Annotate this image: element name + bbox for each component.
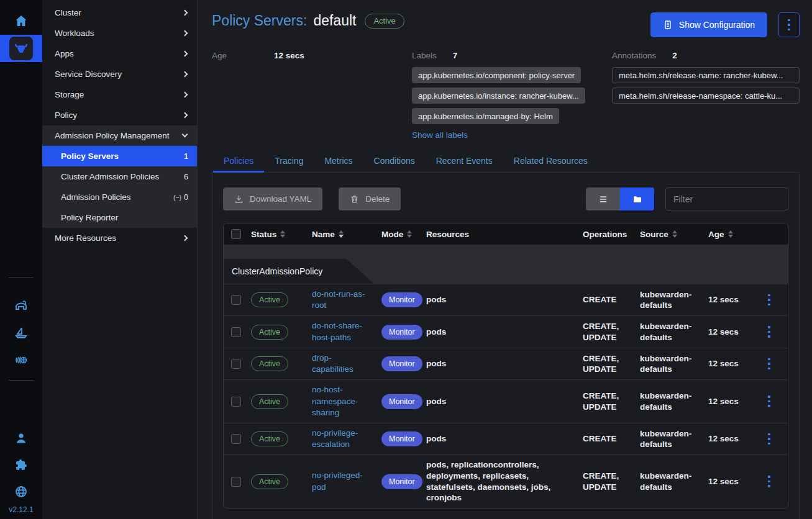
source-cell: kubewarden-defaults bbox=[640, 428, 703, 450]
chevron-right-icon bbox=[182, 235, 188, 241]
row-kebab-menu-button[interactable] bbox=[765, 323, 773, 340]
row-checkbox[interactable] bbox=[231, 295, 241, 305]
user-icon[interactable] bbox=[0, 431, 42, 446]
spiral-icon[interactable] bbox=[0, 353, 42, 368]
nav-item-cluster[interactable]: Cluster bbox=[42, 2, 197, 23]
row-kebab-menu-button[interactable] bbox=[765, 292, 773, 309]
table-row[interactable]: Active do-not-run-as-root Monitor pods C… bbox=[224, 284, 788, 315]
row-checkbox[interactable] bbox=[231, 359, 241, 369]
resources-cell: pods bbox=[426, 433, 446, 445]
filter-input[interactable] bbox=[665, 187, 788, 210]
nav-item-admission-policy-management[interactable]: Admission Policy Management bbox=[42, 125, 197, 146]
operations-cell: CREATE bbox=[583, 294, 617, 305]
row-kebab-menu-button[interactable] bbox=[765, 393, 773, 410]
label-chip: app.kubernetes.io/component: policy-serv… bbox=[412, 67, 581, 83]
policy-name-link[interactable]: no-privileged-pod bbox=[312, 470, 370, 492]
tab-tracing[interactable]: Tracing bbox=[264, 150, 314, 172]
grouped-view-button[interactable] bbox=[620, 187, 654, 210]
nav-item-policy-servers[interactable]: Policy Servers 1 bbox=[42, 146, 197, 166]
operations-cell: CREATE bbox=[583, 433, 617, 445]
table-row[interactable]: Active drop-capabilities Monitor pods CR… bbox=[224, 348, 788, 379]
tab-recent-events[interactable]: Recent Events bbox=[426, 150, 503, 172]
detail-tabs: Policies Tracing Metrics Conditions Rece… bbox=[212, 150, 800, 173]
trash-icon bbox=[350, 194, 359, 204]
nav-item-admission-policies[interactable]: Admission Policies (−) 0 bbox=[42, 187, 197, 207]
nav-item-policy-reporter[interactable]: Policy Reporter bbox=[42, 207, 197, 228]
column-header-status[interactable]: Status bbox=[249, 230, 309, 239]
show-all-labels-link[interactable]: Show all labels bbox=[412, 130, 468, 140]
row-kebab-menu-button[interactable] bbox=[765, 473, 773, 490]
chevron-right-icon bbox=[182, 112, 188, 119]
sort-icon bbox=[728, 230, 733, 238]
age-cell: 12 secs bbox=[708, 433, 739, 445]
age-cell: 12 secs bbox=[708, 476, 739, 487]
row-checkbox[interactable] bbox=[231, 434, 241, 444]
mode-badge: Monitor bbox=[381, 431, 422, 446]
rancher-steer-icon bbox=[9, 37, 33, 60]
tab-conditions[interactable]: Conditions bbox=[363, 150, 426, 172]
tab-metrics[interactable]: Metrics bbox=[314, 150, 363, 172]
cluster-tile-active[interactable] bbox=[0, 35, 42, 62]
nav-group-admission-policy-management: Admission Policy Management Policy Serve… bbox=[42, 125, 197, 228]
column-header-name[interactable]: Name bbox=[309, 230, 379, 239]
nav-item-workloads[interactable]: Workloads bbox=[42, 23, 197, 43]
home-icon[interactable] bbox=[0, 14, 42, 29]
chevron-down-icon bbox=[182, 132, 188, 138]
extensions-icon[interactable] bbox=[0, 458, 42, 472]
sort-icon bbox=[280, 230, 285, 238]
age-value: 12 secs bbox=[274, 51, 304, 140]
policy-name-link[interactable]: no-host-namespace-sharing bbox=[312, 384, 370, 418]
table-row[interactable]: Active do-not-share-host-paths Monitor p… bbox=[224, 315, 788, 347]
age-cell: 12 secs bbox=[708, 358, 739, 369]
column-header-mode[interactable]: Mode bbox=[379, 230, 424, 239]
download-yaml-button[interactable]: Download YAML bbox=[223, 187, 322, 210]
row-checkbox[interactable] bbox=[231, 327, 241, 337]
policy-name-link[interactable]: no-privilege-escalation bbox=[312, 428, 370, 450]
row-kebab-menu-button[interactable] bbox=[765, 356, 773, 372]
fleet-icon[interactable] bbox=[0, 325, 42, 340]
status-badge: Active bbox=[251, 356, 288, 371]
policy-name-link[interactable]: drop-capabilities bbox=[312, 353, 370, 375]
delete-button[interactable]: Delete bbox=[339, 187, 401, 210]
row-checkbox[interactable] bbox=[231, 477, 241, 487]
list-view-button[interactable] bbox=[586, 187, 620, 210]
status-badge: Active bbox=[251, 431, 288, 446]
source-cell: kubewarden-defaults bbox=[640, 321, 703, 343]
select-all-checkbox[interactable] bbox=[231, 229, 241, 239]
column-header-age[interactable]: Age bbox=[706, 230, 752, 239]
row-checkbox[interactable] bbox=[231, 397, 241, 407]
nav-item-cluster-admission-policies[interactable]: Cluster Admission Policies 6 bbox=[42, 166, 197, 187]
annotations-count: 2 bbox=[672, 51, 677, 60]
policy-name-link[interactable]: do-not-run-as-root bbox=[312, 289, 370, 311]
icon-rail: v2.12.1 bbox=[0, 0, 42, 519]
nav-item-storage[interactable]: Storage bbox=[42, 84, 197, 105]
show-configuration-button[interactable]: Show Configuration bbox=[650, 12, 767, 37]
mode-badge: Monitor bbox=[381, 356, 422, 371]
app-version: v2.12.1 bbox=[0, 505, 42, 514]
source-cell: kubewarden-defaults bbox=[640, 353, 703, 375]
table-header: Status Name Mode Resources Operations bbox=[224, 223, 788, 245]
chevron-right-icon bbox=[182, 51, 188, 57]
document-icon bbox=[663, 20, 673, 30]
nav-item-service-discovery[interactable]: Service Discovery bbox=[42, 64, 197, 84]
nav-item-apps[interactable]: Apps bbox=[42, 43, 197, 64]
column-header-source[interactable]: Source bbox=[637, 230, 706, 239]
policy-name-link[interactable]: do-not-share-host-paths bbox=[312, 320, 370, 343]
header-kebab-menu-button[interactable] bbox=[778, 12, 800, 37]
tab-policies[interactable]: Policies bbox=[213, 150, 264, 172]
row-kebab-menu-button[interactable] bbox=[765, 431, 773, 448]
table-row[interactable]: Active no-privilege-escalation Monitor p… bbox=[224, 423, 788, 454]
annotation-chip: meta.helm.sh/release-name: rancher-kubew… bbox=[612, 67, 800, 83]
nav-item-more-resources[interactable]: More Resources bbox=[42, 228, 197, 248]
chevron-right-icon bbox=[182, 30, 188, 37]
operations-cell: CREATE, UPDATE bbox=[583, 353, 635, 375]
sort-icon bbox=[339, 230, 344, 238]
source-cell: kubewarden-defaults bbox=[640, 289, 703, 311]
table-row[interactable]: Active no-host-namespace-sharing Monitor… bbox=[224, 379, 788, 423]
age-cell: 12 secs bbox=[708, 396, 739, 407]
tab-related-resources[interactable]: Related Resources bbox=[503, 150, 598, 172]
harvester-icon[interactable] bbox=[0, 298, 42, 313]
table-row[interactable]: Active no-privileged-pod Monitor pods, r… bbox=[224, 454, 788, 507]
nav-item-policy[interactable]: Policy bbox=[42, 105, 197, 125]
globe-icon[interactable] bbox=[0, 484, 42, 499]
